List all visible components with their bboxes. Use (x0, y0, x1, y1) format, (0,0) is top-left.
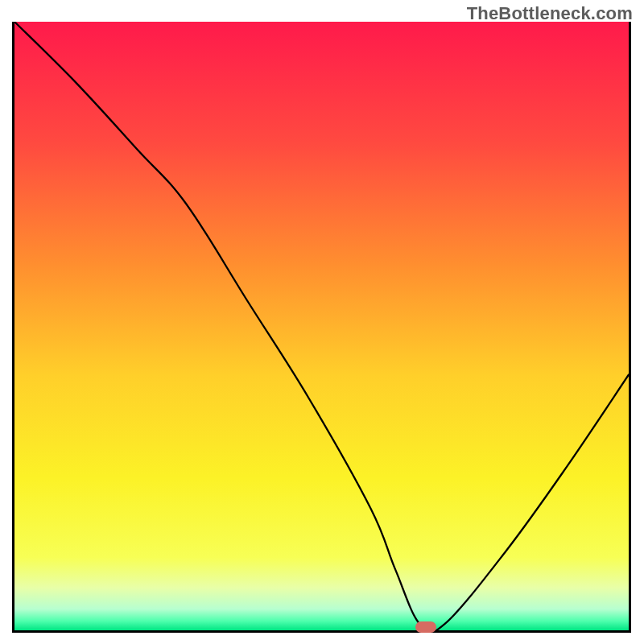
optimal-marker (415, 621, 436, 633)
chart-frame (12, 22, 631, 633)
chart-curve (14, 22, 629, 630)
